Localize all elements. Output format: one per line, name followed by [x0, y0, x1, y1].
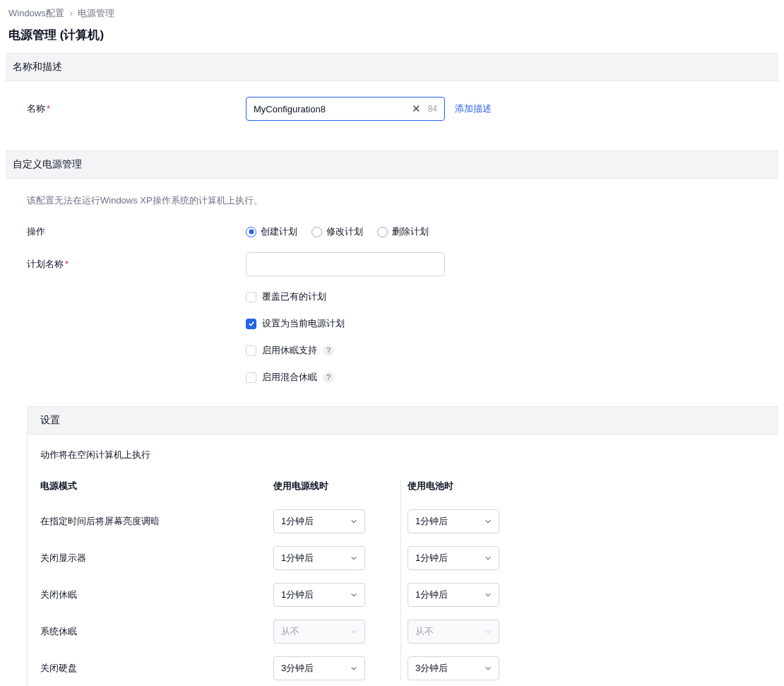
- chevron-down-icon: [485, 553, 492, 564]
- radio-delete-plan[interactable]: 删除计划: [377, 225, 429, 238]
- select-battery[interactable]: 3分钟后: [408, 656, 499, 680]
- name-input-wrapper: ✕ 84: [246, 97, 445, 121]
- label-name: 名称*: [27, 97, 246, 115]
- add-description-link[interactable]: 添加描述: [455, 102, 492, 115]
- settings-row-label: 系统休眠: [40, 625, 273, 638]
- breadcrumb-current: 电源管理: [78, 8, 114, 18]
- select-plugged[interactable]: 1分钟后: [273, 509, 365, 533]
- settings-header: 设置: [28, 407, 778, 434]
- select-value: 1分钟后: [281, 589, 314, 601]
- chevron-down-icon: [350, 663, 357, 674]
- radio-label: 修改计划: [326, 225, 363, 238]
- settings-table: 电源模式 使用电源线时 使用电池时 在指定时间后将屏幕亮度调暗1分钟后1分钟后关…: [40, 480, 766, 680]
- select-value: 1分钟后: [281, 515, 314, 528]
- section-header-name-desc: 名称和描述: [6, 54, 778, 81]
- check-icon: [248, 320, 255, 327]
- radio-icon: [311, 227, 322, 237]
- chevron-down-icon: [350, 627, 357, 637]
- breadcrumb: Windows配置 › 电源管理: [0, 0, 784, 24]
- radio-icon: [246, 227, 256, 237]
- checkbox-row-set-current: 设置为当前电源计划: [246, 317, 771, 330]
- clear-input-icon[interactable]: ✕: [409, 102, 424, 115]
- radio-create-plan[interactable]: 创建计划: [246, 225, 297, 238]
- checkbox-enable-hybrid[interactable]: [246, 372, 256, 383]
- checkbox-label: 启用休眠支持: [262, 344, 317, 357]
- checkbox-row-overwrite: 覆盖已有的计划: [246, 290, 771, 303]
- plan-name-input[interactable]: [246, 252, 445, 276]
- checkbox-set-current[interactable]: [246, 319, 256, 329]
- checkbox-overwrite[interactable]: [246, 292, 256, 302]
- settings-row-label: 关闭硬盘: [40, 662, 273, 675]
- checkbox-label: 覆盖已有的计划: [262, 290, 326, 303]
- help-icon[interactable]: ?: [323, 345, 334, 356]
- select-value: 1分钟后: [415, 589, 448, 601]
- radio-icon: [377, 227, 388, 237]
- section-header-custom: 自定义电源管理: [6, 151, 778, 179]
- select-battery[interactable]: 1分钟后: [408, 583, 499, 607]
- select-value: 1分钟后: [281, 552, 314, 564]
- settings-row-label: 在指定时间后将屏幕亮度调暗: [40, 515, 273, 528]
- xp-warning-note: 该配置无法在运行Windows XP操作系统的计算机上执行。: [27, 194, 771, 207]
- select-value: 从不: [415, 625, 434, 638]
- select-plugged[interactable]: 3分钟后: [273, 656, 365, 680]
- settings-row-label: 关闭休眠: [40, 589, 273, 601]
- radio-label: 删除计划: [392, 225, 429, 238]
- breadcrumb-parent[interactable]: Windows配置: [8, 8, 64, 18]
- select-plugged[interactable]: 1分钟后: [273, 546, 365, 570]
- settings-panel: 设置 动作将在空闲计算机上执行 电源模式 使用电源线时 使用电池时 在指定时间后…: [27, 406, 778, 686]
- page-title: 电源管理 (计算机): [0, 24, 784, 53]
- chevron-down-icon: [485, 627, 492, 637]
- action-radio-group: 创建计划 修改计划 删除计划: [246, 224, 771, 238]
- checkbox-label: 设置为当前电源计划: [262, 317, 345, 330]
- chevron-down-icon: [350, 516, 357, 527]
- checkbox-label: 启用混合休眠: [262, 371, 317, 384]
- select-value: 1分钟后: [415, 552, 448, 564]
- section-custom-power: 自定义电源管理 该配置无法在运行Windows XP操作系统的计算机上执行。 操…: [6, 150, 778, 686]
- checkbox-row-enable-hybrid: 启用混合休眠 ?: [246, 371, 771, 384]
- col-header-mode: 电源模式: [40, 480, 273, 497]
- select-plugged[interactable]: 1分钟后: [273, 583, 365, 607]
- chevron-down-icon: [350, 553, 357, 564]
- chevron-down-icon: [485, 663, 492, 674]
- select-battery[interactable]: 1分钟后: [408, 509, 499, 533]
- breadcrumb-separator-icon: ›: [69, 8, 72, 18]
- required-indicator: *: [65, 259, 69, 269]
- select-value: 3分钟后: [281, 662, 314, 675]
- radio-modify-plan[interactable]: 修改计划: [311, 225, 363, 238]
- select-value: 3分钟后: [415, 662, 448, 675]
- select-value: 1分钟后: [415, 515, 448, 528]
- section-name-description: 名称和描述 名称* ✕ 84 添加描述: [6, 53, 778, 150]
- select-battery: 从不: [408, 620, 499, 644]
- col-header-battery: 使用电池时: [408, 480, 542, 497]
- checkbox-enable-hibernate[interactable]: [246, 345, 256, 356]
- checkbox-row-enable-hibernate: 启用休眠支持 ?: [246, 344, 771, 357]
- name-input[interactable]: [254, 104, 409, 114]
- radio-label: 创建计划: [261, 225, 297, 238]
- chevron-down-icon: [485, 590, 492, 601]
- char-counter: 84: [428, 104, 437, 114]
- label-action: 操作: [27, 224, 246, 238]
- select-value: 从不: [281, 625, 299, 638]
- settings-note: 动作将在空闲计算机上执行: [40, 449, 766, 461]
- chevron-down-icon: [485, 516, 492, 527]
- settings-row-label: 关闭显示器: [40, 552, 273, 564]
- required-indicator: *: [47, 103, 50, 114]
- select-battery[interactable]: 1分钟后: [408, 546, 499, 570]
- help-icon[interactable]: ?: [323, 372, 334, 383]
- label-plan-name: 计划名称*: [27, 252, 246, 271]
- select-plugged: 从不: [273, 620, 365, 644]
- chevron-down-icon: [350, 590, 357, 601]
- column-divider: [400, 480, 401, 680]
- col-header-plugged: 使用电源线时: [273, 480, 408, 497]
